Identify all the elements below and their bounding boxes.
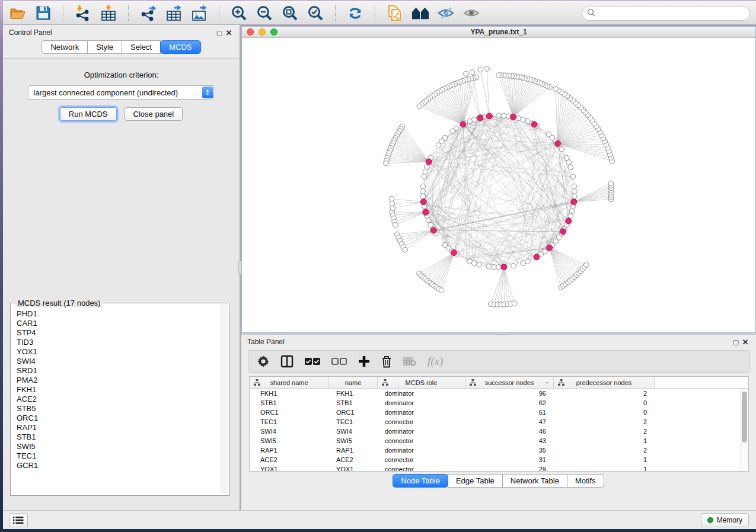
close-panel-button[interactable]: Close panel <box>125 107 183 121</box>
toolbar-separator <box>219 5 219 21</box>
tab-mcds[interactable]: MCDS <box>160 40 200 54</box>
table-settings-gear-icon[interactable] <box>257 354 269 368</box>
search-icon <box>587 8 595 19</box>
tab-node-table[interactable]: Node Table <box>393 474 448 488</box>
column-header-shared-name[interactable]: shared name <box>250 377 329 388</box>
show-columns-icon[interactable] <box>280 354 294 368</box>
memory-label: Memory <box>717 516 742 524</box>
open-session-icon[interactable] <box>9 4 27 22</box>
export-image-icon[interactable] <box>190 4 208 22</box>
maximize-window-icon[interactable] <box>270 28 277 36</box>
toolbar-separator <box>335 5 336 21</box>
result-node[interactable]: RAP1 <box>17 423 229 432</box>
close-window-icon[interactable] <box>247 28 254 36</box>
save-session-icon[interactable] <box>34 4 52 22</box>
column-header-name[interactable]: name <box>329 377 378 388</box>
result-node[interactable]: YOX1 <box>17 347 229 357</box>
tab-edge-table[interactable]: Edge Table <box>448 474 503 488</box>
list-icon <box>13 516 24 524</box>
tab-style[interactable]: Style <box>88 40 122 54</box>
result-node[interactable]: TID3 <box>17 338 229 347</box>
table-row[interactable]: RAP1RAP1dominator352 <box>250 446 740 455</box>
show-all-eye-icon[interactable] <box>462 4 480 22</box>
result-node[interactable]: PHD1 <box>17 309 229 319</box>
table-row[interactable]: SWI4SWI4dominator462 <box>250 427 740 436</box>
tab-motifs[interactable]: Motifs <box>567 474 604 488</box>
add-column-plus-icon[interactable] <box>358 354 370 368</box>
status-bar: Memory <box>3 510 756 529</box>
float-panel-icon[interactable]: ▢ <box>215 29 224 37</box>
toolbar-separator <box>128 5 129 21</box>
table-panel-title: Table Panel <box>247 338 731 346</box>
criterion-value: largest connected component (undirected) <box>28 88 202 97</box>
result-node[interactable]: TEC1 <box>17 451 229 461</box>
close-panel-icon[interactable]: ✕ <box>224 28 234 37</box>
apply-layout-icon[interactable] <box>346 4 364 22</box>
export-network-icon[interactable] <box>139 4 157 22</box>
main-toolbar <box>3 1 756 25</box>
import-network-icon[interactable] <box>74 4 92 22</box>
result-node[interactable]: FKH1 <box>17 385 229 395</box>
tab-network[interactable]: Network <box>42 40 88 54</box>
unselect-all-icon[interactable] <box>331 354 347 368</box>
mcds-result-title: MCDS result (17 nodes) <box>15 299 103 307</box>
hide-selected-eye-slash-icon[interactable] <box>437 4 455 22</box>
result-node[interactable]: ACE2 <box>17 395 229 404</box>
tab-select[interactable]: Select <box>122 40 161 54</box>
zoom-fit-icon[interactable] <box>281 4 299 22</box>
sort-chevron-icon: ⌄ <box>544 379 549 384</box>
search-field[interactable] <box>582 6 750 21</box>
export-table-icon[interactable] <box>165 4 183 22</box>
zoom-selected-icon[interactable] <box>307 4 324 22</box>
tab-network-table[interactable]: Network Table <box>503 474 567 488</box>
close-panel-icon[interactable]: ✕ <box>741 338 750 347</box>
mcds-panel: Optimization criterion: largest connecte… <box>3 58 240 510</box>
delete-columns-trash-icon[interactable] <box>381 354 392 368</box>
criterion-dropdown[interactable]: largest connected component (undirected)… <box>28 85 215 100</box>
result-scrollbar[interactable] <box>221 305 228 494</box>
zoom-out-icon[interactable] <box>256 4 273 22</box>
table-row[interactable]: YOX1YOX1connector291 <box>250 464 740 472</box>
function-builder-icon[interactable]: f(x) <box>428 354 443 368</box>
result-node[interactable]: STB5 <box>17 404 229 414</box>
result-node[interactable]: STB1 <box>17 432 229 442</box>
houses-icon[interactable] <box>412 4 429 22</box>
column-header-mcds-role[interactable]: MCDS role <box>378 377 465 388</box>
table-row[interactable]: SWI5SWI5connector431 <box>250 436 740 446</box>
table-row[interactable]: ORC1ORC1dominator610 <box>250 408 740 417</box>
result-node[interactable]: STP4 <box>17 328 229 338</box>
network-titlebar[interactable]: YPA_prune.txt_1 <box>242 27 755 38</box>
run-mcds-button[interactable]: Run MCDS <box>60 107 117 121</box>
toolbar-separator <box>375 5 375 21</box>
network-canvas[interactable] <box>242 38 755 332</box>
minimize-window-icon[interactable] <box>259 28 266 36</box>
table-row[interactable]: FKH1FKH1dominator962 <box>250 389 740 398</box>
table-scrollbar[interactable] <box>740 389 748 470</box>
float-panel-icon[interactable]: ▢ <box>731 338 741 346</box>
table-row[interactable]: TEC1TEC1connector472 <box>250 417 740 427</box>
panel-menu-button[interactable] <box>9 513 28 527</box>
clone-network-icon[interactable] <box>386 4 404 22</box>
control-panel-title: Control Panel <box>9 28 215 37</box>
result-node[interactable]: GCR1 <box>17 461 229 470</box>
select-all-icon[interactable] <box>305 354 320 368</box>
table-header: shared namenameMCDS rolesuccessor nodes⌄… <box>250 377 748 389</box>
result-node[interactable]: SRD1 <box>17 366 229 376</box>
result-node[interactable]: ORC1 <box>17 414 229 423</box>
table-row[interactable]: STB1STB1dominator620 <box>250 398 740 408</box>
control-panel: Control Panel ▢ ✕ NetworkStyleSelectMCDS… <box>3 25 240 510</box>
scrollbar-thumb[interactable] <box>742 392 747 443</box>
memory-button[interactable]: Memory <box>701 513 749 527</box>
result-node[interactable]: PMA2 <box>17 376 229 385</box>
column-header-successor-nodes[interactable]: successor nodes⌄ <box>465 377 554 388</box>
result-node[interactable]: SWI4 <box>17 357 229 366</box>
result-node[interactable]: SWI5 <box>17 442 229 451</box>
import-table-icon[interactable] <box>100 4 117 22</box>
network-window: YPA_prune.txt_1 <box>241 26 756 333</box>
column-header-predecessor-nodes[interactable]: predecessor nodes <box>554 377 655 388</box>
table-row[interactable]: ACE2ACE2connector311 <box>250 455 740 464</box>
zoom-in-icon[interactable] <box>230 4 248 22</box>
search-input[interactable] <box>598 8 749 20</box>
result-node[interactable]: CAR1 <box>17 319 229 328</box>
delete-table-icon[interactable] <box>403 354 416 368</box>
